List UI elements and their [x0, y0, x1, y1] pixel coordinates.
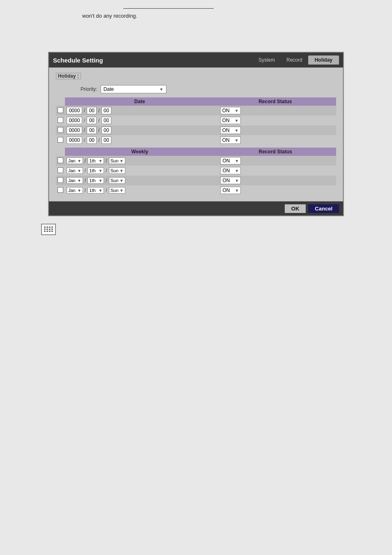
date-row-1-year[interactable]	[67, 107, 82, 114]
date-row-2-year[interactable]	[67, 117, 82, 124]
cancel-button[interactable]: Cancel	[308, 204, 339, 213]
table-row: Jan ▼ / 1th ▼ / Sun ▼	[56, 156, 336, 166]
weekly-row-2-checkbox[interactable]	[58, 167, 63, 173]
description-text: won't do any recording.	[82, 13, 384, 19]
date-row-3-month[interactable]	[87, 127, 97, 134]
weekly-row-2-week[interactable]: 1th ▼	[88, 167, 104, 174]
weekly-row-1-checkbox[interactable]	[58, 157, 63, 163]
weekly-row-1-status-select[interactable]: ON ▼	[220, 157, 241, 164]
weekly-row-2-fields: Jan ▼ / 1th ▼ / Sun ▼	[67, 167, 213, 174]
weekly-row-3-status: ON ▼	[216, 177, 334, 184]
weekly-row-1-status: ON ▼	[216, 157, 334, 164]
tab-system[interactable]: System	[253, 56, 281, 65]
weekly-row-4-month[interactable]: Jan ▼	[67, 187, 83, 194]
date-row-3-status: ON ▼	[216, 127, 334, 134]
date-row-4-year[interactable]	[67, 136, 82, 144]
date-row-1-status-select[interactable]: ON ▼	[220, 107, 241, 114]
date-row-1-day[interactable]	[101, 107, 111, 114]
weekly-row-1-month[interactable]: Jan ▼	[67, 157, 83, 164]
date-header-label: Date	[65, 97, 214, 106]
date-row-2-status: ON ▼	[216, 117, 334, 124]
bottom-icon-area	[41, 223, 384, 235]
weekly-row-3-month[interactable]: Jan ▼	[67, 177, 83, 184]
table-row: / / ON ▼	[56, 125, 336, 135]
dialog-titlebar: Schedule Setting System Record Holiday	[49, 53, 343, 67]
grid-icon[interactable]	[41, 224, 56, 235]
table-row: Jan ▼ / 1th ▼ / Sun ▼	[56, 166, 336, 176]
tab-holiday[interactable]: Holiday	[308, 56, 339, 65]
weekly-row-2-month[interactable]: Jan ▼	[67, 167, 83, 174]
date-row-1-month[interactable]	[87, 107, 97, 114]
date-row-3-status-select[interactable]: ON ▼	[220, 127, 241, 134]
weekly-row-1-week[interactable]: 1th ▼	[88, 157, 104, 164]
date-row-1-date: / /	[67, 107, 213, 114]
tab-area: System Record Holiday	[253, 56, 339, 65]
date-row-2-day[interactable]	[101, 117, 111, 124]
weekly-row-3-checkbox[interactable]	[58, 177, 63, 183]
priority-row: Priority: Date ▼	[81, 85, 336, 93]
weekly-row-3-day[interactable]: Sun ▼	[109, 177, 125, 184]
priority-dropdown-arrow: ▼	[159, 87, 164, 92]
weekly-row-4-status-select[interactable]: ON ▼	[220, 187, 241, 194]
date-status-header-label: Record Status	[214, 97, 336, 106]
weekly-row-2-status: ON ▼	[216, 167, 334, 174]
weekly-row-4-fields: Jan ▼ / 1th ▼ / Sun ▼	[67, 187, 213, 194]
date-row-3-date: / /	[67, 127, 213, 134]
date-row-3-year[interactable]	[67, 127, 82, 134]
table-row: / / ON ▼	[56, 135, 336, 145]
table-row: Jan ▼ / 1th ▼ / Sun ▼	[56, 185, 336, 195]
date-row-1-checkbox[interactable]	[58, 107, 63, 113]
grid-dots-pattern	[44, 227, 53, 232]
table-row: / / ON ▼	[56, 116, 336, 125]
date-row-2-date: / /	[67, 117, 213, 124]
weekly-row-4-day[interactable]: Sun ▼	[109, 187, 125, 194]
priority-label: Priority:	[81, 86, 97, 92]
date-row-2-month[interactable]	[87, 117, 97, 124]
weekly-header-label: Weekly	[65, 148, 214, 156]
weekly-table-header: Weekly Record Status	[56, 148, 336, 156]
schedule-setting-dialog: Schedule Setting System Record Holiday H…	[48, 52, 344, 216]
page-wrapper: won't do any recording. Schedule Setting…	[0, 0, 392, 555]
date-row-4-day[interactable]	[101, 136, 111, 144]
holiday-section-label: Holiday :	[56, 73, 81, 79]
divider-line	[123, 8, 214, 9]
dialog-title: Schedule Setting	[53, 57, 103, 64]
weekly-table: Weekly Record Status Jan ▼ /	[56, 148, 336, 195]
date-row-2-checkbox[interactable]	[58, 117, 63, 123]
date-row-4-date: / /	[67, 136, 213, 144]
priority-value: Date	[104, 86, 114, 92]
table-row: Jan ▼ / 1th ▼ / Sun ▼	[56, 176, 336, 185]
priority-dropdown[interactable]: Date ▼	[101, 85, 166, 93]
date-row-4-status: ON ▼	[216, 136, 334, 144]
weekly-row-2-status-select[interactable]: ON ▼	[220, 167, 241, 174]
weekly-row-4-week[interactable]: 1th ▼	[88, 187, 104, 194]
dialog-body: Holiday : Priority: Date ▼ Date Record S…	[49, 67, 343, 201]
date-row-1-status: ON ▼	[216, 107, 334, 114]
weekly-row-2-day[interactable]: Sun ▼	[109, 167, 125, 174]
date-row-4-checkbox[interactable]	[58, 137, 63, 143]
weekly-row-3-week[interactable]: 1th ▼	[88, 177, 104, 184]
weekly-row-3-status-select[interactable]: ON ▼	[220, 177, 241, 184]
date-row-4-status-select[interactable]: ON ▼	[220, 136, 241, 144]
date-row-4-month[interactable]	[87, 136, 97, 144]
weekly-row-1-fields: Jan ▼ / 1th ▼ / Sun ▼	[67, 157, 213, 164]
dialog-footer: OK Cancel	[49, 201, 343, 215]
weekly-row-3-fields: Jan ▼ / 1th ▼ / Sun ▼	[67, 177, 213, 184]
weekly-row-4-checkbox[interactable]	[58, 187, 63, 193]
date-table: Date Record Status / /	[56, 97, 336, 145]
date-table-header: Date Record Status	[56, 97, 336, 106]
date-row-3-day[interactable]	[101, 127, 111, 134]
weekly-row-4-status: ON ▼	[216, 187, 334, 194]
table-row: / / ON ▼	[56, 106, 336, 116]
tab-record[interactable]: Record	[281, 56, 308, 65]
ok-button[interactable]: OK	[285, 204, 306, 213]
weekly-status-header-label: Record Status	[214, 148, 336, 156]
date-row-3-checkbox[interactable]	[58, 127, 63, 133]
weekly-row-1-day[interactable]: Sun ▼	[109, 157, 125, 164]
date-row-2-status-select[interactable]: ON ▼	[220, 117, 241, 124]
